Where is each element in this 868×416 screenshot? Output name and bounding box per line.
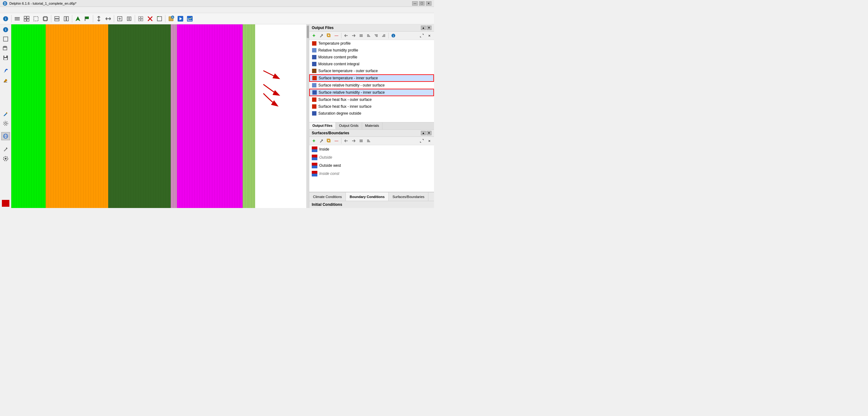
sb-delete-btn[interactable]: — [333,137,340,144]
output-item-moisture-content-integral[interactable]: Moisture content integral [309,61,434,67]
of-edit-btn[interactable] [318,32,325,39]
output-item-surface-temp-outer[interactable]: Surface temperature - outer surface [309,67,434,74]
sidebar-tool-btn[interactable] [1,67,10,75]
output-item-temperature-profile[interactable]: Temperature profile [309,40,434,47]
bottom-tabs: Climate ConditionsBoundary ConditionsSur… [309,192,434,201]
split-h-btn[interactable] [53,14,61,23]
output-item-saturation-degree-outside[interactable]: Saturation degree outside [309,110,434,117]
material-col-1 [45,24,108,208]
output-item-surface-heatflux-outer[interactable]: Surface heat flux - outer surface [309,96,434,103]
surface-item-outside[interactable]: Outside [309,153,434,162]
bottom-tab-climate-conditions[interactable]: Climate Conditions [309,193,346,201]
sidebar-save-btn[interactable] [1,54,10,62]
svg-rect-40 [138,19,141,21]
of-close-btn[interactable]: ✕ [426,32,433,39]
sidebar-gear2-btn[interactable] [1,154,10,163]
output-item-surface-rh-outer[interactable]: Surface relative humidity - outer surfac… [309,82,434,89]
panel-restore-btn[interactable]: ▲ [421,26,426,30]
sb-move-left-btn[interactable] [343,137,349,144]
edit-btn[interactable] [155,14,164,23]
export-btn[interactable] [125,14,133,23]
sidebar-pencil-btn[interactable] [1,110,10,118]
sidebar-gear-btn[interactable] [1,119,10,128]
view-btn-2[interactable] [22,14,31,23]
output-tab-output-grids[interactable]: Output Grids [336,123,362,129]
fit-btn[interactable] [115,14,124,23]
sim-btn[interactable]: D [167,14,176,23]
sb-move-right-btn[interactable] [350,137,357,144]
output-item-moisture-content-profile[interactable]: Moisture content profile [309,54,434,61]
svg-point-67 [5,158,6,160]
output-item-surface-temp-inner[interactable]: Surface temperature - inner surface [309,74,434,82]
sb-sort-btn[interactable] [358,137,365,144]
chart-btn[interactable] [185,14,194,23]
of-copy-btn[interactable] [326,32,332,39]
material-col-6 [249,24,255,208]
of-move-right-btn[interactable] [350,32,357,39]
output-item-label-surface-heatflux-outer: Surface heat flux - outer surface [318,98,372,102]
close-button[interactable]: ✕ [426,1,432,6]
svg-rect-55 [3,37,8,41]
sidebar-edit2-btn[interactable] [1,145,10,153]
sb-sort2-btn[interactable] [365,137,372,144]
surface-item-inside[interactable]: Inside [309,145,434,153]
of-sort3-btn[interactable] [373,32,380,39]
toolbar-sep-5 [114,15,114,23]
of-sort4-btn[interactable] [380,32,387,39]
run-btn[interactable] [176,14,185,23]
sidebar-globe-btn[interactable] [1,132,10,140]
maximize-button[interactable]: ☐ [419,1,425,6]
toolbar-sep-3 [72,15,72,23]
of-delete-btn[interactable]: — [333,32,340,39]
info-toolbar-btn[interactable]: i [1,14,10,23]
surfaces-list: InsideOutsideOutside westInside const [309,145,434,192]
svg-rect-17 [67,16,68,21]
surfaces-close-btn[interactable]: ✕ [427,131,432,135]
of-add-btn[interactable]: + [310,32,317,39]
svg-rect-8 [27,16,29,19]
select-btn[interactable] [32,14,40,23]
output-item-surface-heatflux-inner[interactable]: Surface heat flux - inner surface [309,103,434,110]
surface-label-inside-const: Inside const [319,171,339,176]
bottom-tab-boundary-conditions[interactable]: Boundary Conditions [346,193,389,201]
output-tab-output-files[interactable]: Output Files [309,123,336,129]
split-v-btn[interactable] [62,14,71,23]
of-expand-btn[interactable] [418,32,425,39]
sidebar-new-btn[interactable] [1,35,10,43]
flag-btn[interactable] [83,14,92,23]
svg-rect-14 [55,16,59,19]
grid2-btn[interactable] [136,14,145,23]
output-files-title: Output Files [312,26,334,30]
window-controls[interactable]: — ☐ ✕ [412,1,432,6]
minimize-button[interactable]: — [412,1,418,6]
of-move-left-btn[interactable] [343,32,349,39]
svg-text:i: i [5,17,6,21]
bottom-tab-surfaces/boundaries[interactable]: Surfaces/Boundaries [389,193,428,201]
frame-btn[interactable] [41,14,50,23]
of-sort2-btn[interactable] [365,32,372,39]
of-info-btn[interactable]: i [390,32,397,39]
sb-add-btn[interactable]: + [310,137,317,144]
sb-close-btn[interactable]: ✕ [426,137,433,144]
sb-copy-btn[interactable] [326,137,332,144]
sb-edit-btn[interactable] [318,137,325,144]
output-item-relative-humidity-profile[interactable]: Relative humidity profile [309,47,434,54]
surfaces-header-btns[interactable]: ▲ ✕ [421,131,432,135]
panel-close-btn[interactable]: ✕ [427,26,432,30]
grid-btn[interactable] [13,14,22,23]
sidebar-open-btn[interactable] [1,44,10,53]
output-item-surface-rh-inner[interactable]: Surface relative humidity - inner surfac… [309,89,434,96]
sb-expand-btn[interactable] [418,137,425,144]
output-tab-materials[interactable]: Materials [362,123,383,129]
arrow-btn[interactable] [73,14,82,23]
sidebar-info-btn[interactable]: i [1,26,10,34]
panel-header-btns[interactable]: ▲ ✕ [421,26,432,30]
surface-item-inside-const[interactable]: Inside const [309,170,434,178]
of-sort-btn[interactable] [358,32,365,39]
delete-btn[interactable] [146,14,154,23]
sidebar-erase-btn[interactable] [1,76,10,84]
surfaces-restore-btn[interactable]: ▲ [421,131,426,135]
zoom-h-btn[interactable] [104,14,113,23]
zoom-v-btn[interactable] [94,14,103,23]
surface-item-outside-west[interactable]: Outside west [309,162,434,170]
